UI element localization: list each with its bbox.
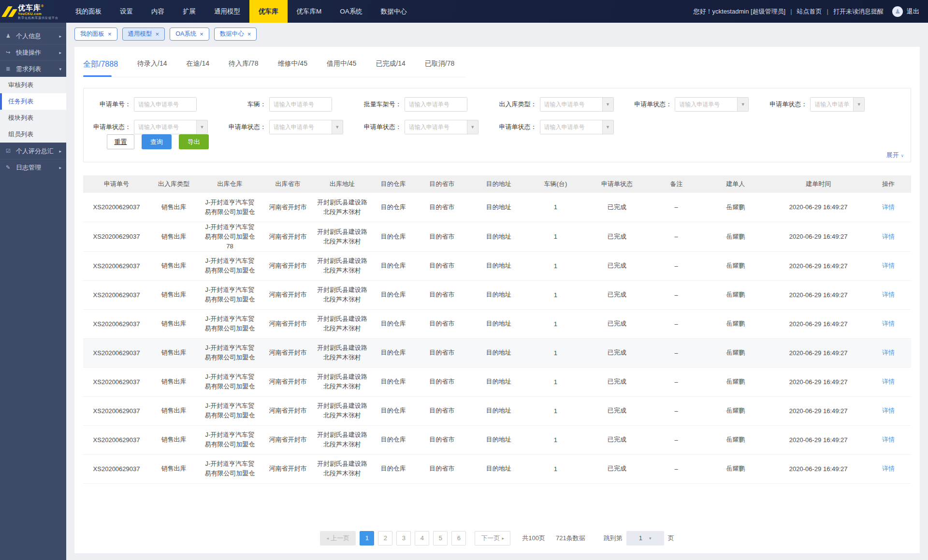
- status-tab[interactable]: 在途/14: [187, 59, 209, 70]
- jump-page-select[interactable]: 1 ▾: [626, 531, 664, 546]
- site-home-link[interactable]: 站点首页: [797, 7, 822, 16]
- filter-input[interactable]: [811, 98, 853, 111]
- dropdown-arrow-icon[interactable]: ▼: [196, 120, 207, 134]
- cell-order-no: XS20200629037: [83, 425, 150, 454]
- detail-link[interactable]: 详情: [882, 320, 895, 327]
- cell-dest-warehouse: 目的仓库: [371, 396, 416, 425]
- dropdown-arrow-icon[interactable]: ▼: [853, 98, 864, 111]
- filter-input[interactable]: [270, 98, 332, 111]
- page-number-button[interactable]: 6: [451, 531, 466, 546]
- page-chip[interactable]: OA系统 ×: [170, 28, 209, 41]
- nav-item[interactable]: 扩展: [174, 0, 205, 23]
- dropdown-arrow-icon[interactable]: ▼: [467, 120, 478, 134]
- sidebar-item[interactable]: 模块列表: [0, 110, 66, 126]
- filter-input[interactable]: [134, 98, 196, 111]
- chevron-down-icon: ▾: [59, 67, 61, 72]
- nav-item[interactable]: 内容: [142, 0, 174, 23]
- cell-dest-city: 目的省市: [416, 222, 468, 251]
- sidebar-item[interactable]: ↪ 快捷操作 ▸: [0, 44, 66, 60]
- filter-field: 车辆：: [227, 97, 362, 112]
- page-number-button[interactable]: 5: [433, 531, 448, 546]
- cell-created-at: 2020-06-29 16:49:27: [771, 396, 866, 425]
- dropdown-arrow-icon[interactable]: ▼: [602, 98, 613, 111]
- detail-link[interactable]: 详情: [882, 349, 895, 356]
- page-number-button[interactable]: 2: [378, 531, 392, 546]
- detail-link[interactable]: 详情: [882, 291, 895, 298]
- detail-link[interactable]: 详情: [882, 262, 895, 269]
- detail-link[interactable]: 详情: [882, 465, 895, 472]
- cell-out-city: 河南省开封市: [262, 367, 314, 396]
- detail-link[interactable]: 详情: [882, 233, 895, 240]
- status-tab[interactable]: 维修中/45: [277, 59, 307, 70]
- nav-item[interactable]: 优车库M: [288, 0, 331, 23]
- close-icon[interactable]: ×: [200, 31, 203, 37]
- dropdown-arrow-icon[interactable]: ▼: [602, 120, 613, 134]
- next-page-button[interactable]: 下一页 ▸: [475, 531, 510, 546]
- sidebar-item[interactable]: 审核列表: [0, 77, 66, 93]
- sidebar-item[interactable]: ✎ 日志管理 ▸: [0, 159, 66, 175]
- status-tab[interactable]: 已完成/14: [376, 59, 405, 70]
- unread-messages-link[interactable]: 打开未读消息提醒: [833, 7, 884, 16]
- detail-link[interactable]: 详情: [882, 436, 895, 443]
- prev-page-button[interactable]: ◂ 上一页: [320, 531, 356, 546]
- page-number-button[interactable]: 4: [415, 531, 429, 546]
- sidebar-item[interactable]: 组员列表: [0, 126, 66, 143]
- sidebar-item-label: 任务列表: [8, 97, 33, 106]
- nav-item[interactable]: 数据中心: [372, 0, 416, 23]
- page-chip[interactable]: 通用模型 ×: [122, 28, 165, 41]
- dropdown-arrow-icon[interactable]: ▼: [737, 98, 748, 111]
- sidebar-item[interactable]: ☑ 个人评分总汇 ▸: [0, 143, 66, 159]
- cell-action: 详情: [866, 396, 911, 425]
- status-tab[interactable]: 待录入/14: [137, 59, 167, 70]
- table-row: XS20200629037 销售出库 J-开封道亨汽车贸易有限公司加盟仓 河南省…: [83, 367, 911, 396]
- sidebar-item[interactable]: ♟ 个人信息 ▸: [0, 28, 66, 44]
- registered-mark: ®: [41, 4, 44, 8]
- page-number-button[interactable]: 1: [360, 531, 374, 546]
- close-icon[interactable]: ×: [247, 31, 251, 37]
- detail-link[interactable]: 详情: [882, 378, 895, 385]
- filter-input[interactable]: [405, 120, 467, 134]
- cell-io-type: 销售出库: [150, 251, 198, 280]
- page-chip[interactable]: 我的面板 ×: [74, 28, 117, 41]
- filter-input[interactable]: [675, 98, 737, 111]
- cell-io-type: 销售出库: [150, 222, 198, 251]
- status-tab[interactable]: 已取消/78: [425, 59, 454, 70]
- logout-button[interactable]: 退出: [907, 7, 919, 16]
- cell-status: 已完成: [581, 193, 652, 222]
- sidebar-item[interactable]: 任务列表: [0, 93, 66, 110]
- filter-label: 出入库类型：: [497, 100, 537, 109]
- close-icon[interactable]: ×: [156, 31, 160, 37]
- shortcut-icon: ↪: [6, 49, 14, 56]
- expand-filters-link[interactable]: 展开 ∨: [886, 151, 904, 159]
- nav-item[interactable]: 设置: [111, 0, 142, 23]
- cell-remark: –: [652, 454, 700, 483]
- sidebar-item[interactable]: ≣ 需求列表 ▾: [0, 60, 66, 77]
- cell-vehicles: 1: [530, 367, 581, 396]
- filter-input[interactable]: [540, 120, 602, 134]
- table-header-cell: 申请单号: [83, 175, 150, 193]
- reset-button[interactable]: 重置: [107, 134, 134, 149]
- nav-item[interactable]: 优车库: [249, 0, 288, 23]
- search-button[interactable]: 查询: [142, 134, 172, 149]
- status-tab[interactable]: 借用中/45: [327, 59, 356, 70]
- detail-link[interactable]: 详情: [882, 203, 895, 211]
- filter-input[interactable]: [540, 98, 602, 111]
- nav-item[interactable]: 通用模型: [205, 0, 249, 23]
- filter-input[interactable]: [134, 120, 196, 134]
- main-nav: 我的面板 设置 内容 扩展 通用模型 优车库 优车库M OA系统 数据中心: [66, 0, 416, 23]
- close-icon[interactable]: ×: [108, 31, 112, 37]
- filter-input[interactable]: [405, 98, 467, 111]
- filter-input[interactable]: [270, 120, 332, 134]
- page-chip-label: 通用模型: [128, 30, 152, 38]
- status-tab[interactable]: 待入库/78: [229, 59, 258, 70]
- nav-item[interactable]: 我的面板: [66, 0, 111, 23]
- nav-item[interactable]: OA系统: [331, 0, 372, 23]
- status-tab[interactable]: 全部/7888: [83, 59, 118, 70]
- page-number-button[interactable]: 3: [396, 531, 411, 546]
- table-header-cell: 出库仓库: [198, 175, 262, 193]
- cell-io-type: 销售出库: [150, 193, 198, 222]
- page-chip[interactable]: 数据中心 ×: [214, 28, 257, 41]
- dropdown-arrow-icon[interactable]: ▼: [332, 120, 343, 134]
- export-button[interactable]: 导出: [179, 134, 209, 149]
- detail-link[interactable]: 详情: [882, 407, 895, 414]
